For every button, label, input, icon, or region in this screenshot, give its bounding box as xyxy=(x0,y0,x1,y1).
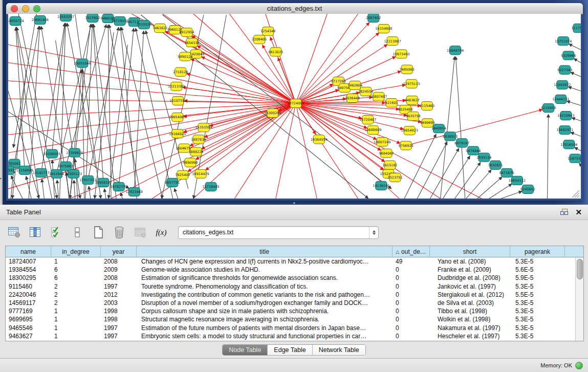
cell-pagerank[interactable]: 5.6E-5 xyxy=(510,266,565,273)
network-node[interactable]: 2036448 xyxy=(345,94,360,102)
cell-year[interactable]: 1998 xyxy=(101,308,137,315)
cell-year[interactable]: 2009 xyxy=(101,266,137,273)
table-row[interactable]: 1872400712008Changes of HCN gene express… xyxy=(6,257,576,266)
network-node[interactable]: 15692971 xyxy=(556,126,573,135)
network-node[interactable]: 12975115 xyxy=(403,79,420,88)
network-node[interactable]: 2718126 xyxy=(173,68,188,76)
network-node[interactable]: 9227343 xyxy=(557,65,572,74)
cell-year[interactable]: 1997 xyxy=(101,324,137,332)
network-node[interactable]: 12213389 xyxy=(168,82,185,91)
cell-pagerank[interactable]: 5.3E-5 xyxy=(510,283,565,290)
cell-year[interactable]: 2008 xyxy=(101,258,137,265)
network-node[interactable]: 9890124 xyxy=(178,52,192,61)
cell-name[interactable]: 9777169 xyxy=(6,308,51,315)
cell-short[interactable]: de Silva et al. (2003) xyxy=(430,299,510,307)
cell-title[interactable]: Estimation of the future numbers of pati… xyxy=(137,324,393,332)
tab-node-table[interactable]: Node Table xyxy=(223,345,268,355)
network-node[interactable]: 10654112 xyxy=(509,176,526,185)
combo-stepper-icon[interactable] xyxy=(369,227,378,238)
network-node[interactable]: 19384554 xyxy=(311,135,328,144)
cell-in_degree[interactable]: 6 xyxy=(51,274,101,281)
cell-name[interactable]: 18724007 xyxy=(6,258,51,265)
close-panel-icon[interactable]: ✕ xyxy=(575,209,582,216)
cell-short[interactable]: Wolkin et al. (1998) xyxy=(430,316,510,323)
table-row[interactable]: 946362711997Embryonic stem cells: a mode… xyxy=(6,332,576,340)
cell-title[interactable]: Genome-wide association studies in ADHD. xyxy=(137,266,393,273)
network-node[interactable]: 7632621 xyxy=(488,161,503,169)
float-panel-icon[interactable] xyxy=(560,209,568,216)
dock-collapse-arrow-icon[interactable]: ▸ xyxy=(0,176,2,181)
network-node[interactable]: 12505123 xyxy=(65,169,82,178)
network-node[interactable]: 7463822 xyxy=(153,24,167,33)
network-node[interactable]: 2523751 xyxy=(388,173,403,182)
network-node[interactable]: 9463627 xyxy=(405,96,420,104)
table-row[interactable]: 1830029562008Estimation of significance … xyxy=(6,274,576,282)
cell-year[interactable]: 1998 xyxy=(101,316,137,323)
cell-pagerank[interactable]: 5.3E-5 xyxy=(510,333,565,340)
cell-name[interactable]: 9115460 xyxy=(6,283,51,290)
cell-title[interactable]: Tourette syndrome. Phenomenology and cla… xyxy=(137,283,393,290)
cell-out_de[interactable]: 0 xyxy=(393,283,430,290)
network-canvas-svg[interactable]: 1872400718300295193845541254349220840596… xyxy=(8,14,581,199)
cell-in_degree[interactable]: 6 xyxy=(51,266,101,273)
network-node[interactable]: 9857791 xyxy=(165,178,180,187)
cell-in_degree[interactable]: 1 xyxy=(51,316,101,323)
cell-year[interactable]: 1997 xyxy=(101,333,137,340)
cell-short[interactable]: Stergiakouli et al. (2012) xyxy=(430,291,510,298)
network-node[interactable]: 10107554 xyxy=(169,96,186,105)
network-node[interactable]: 9115460 xyxy=(420,101,434,110)
cell-title[interactable]: Investigating the contribution of common… xyxy=(137,291,393,298)
network-node[interactable]: 12213987 xyxy=(384,37,401,46)
select-column-icon[interactable] xyxy=(28,225,42,239)
cell-title[interactable]: Structural magnetic resonance image aver… xyxy=(137,316,393,323)
network-node[interactable]: 9435758 xyxy=(406,112,421,121)
network-node[interactable]: 16648784 xyxy=(447,46,464,55)
table-settings-icon[interactable] xyxy=(7,225,21,239)
network-node[interactable]: 20206505 xyxy=(43,149,60,158)
table-row[interactable]: 1938455462009Genome-wide association stu… xyxy=(6,266,576,274)
table-row[interactable]: 911546021997Tourette syndrome. Phenomeno… xyxy=(6,282,576,291)
network-node[interactable]: 7462604 xyxy=(347,81,362,90)
cell-out_de[interactable]: 0 xyxy=(393,291,430,298)
column-header-short[interactable]: short xyxy=(430,246,510,257)
cell-year[interactable]: 2012 xyxy=(101,291,137,298)
network-node[interactable]: 14055724 xyxy=(8,17,24,26)
network-node[interactable]: 6879197 xyxy=(454,139,469,147)
cell-year[interactable]: 1997 xyxy=(101,283,137,290)
network-node[interactable]: 1451944 xyxy=(49,169,64,178)
panel-sash-grip-icon[interactable]: ▴ xyxy=(293,201,295,205)
network-node[interactable]: 7485063 xyxy=(400,65,415,74)
network-node[interactable]: 16782753 xyxy=(111,182,127,191)
network-node[interactable]: 1615182 xyxy=(382,161,397,169)
cell-year[interactable]: 2008 xyxy=(101,274,137,281)
column-header-title[interactable]: title xyxy=(137,246,393,257)
network-node[interactable]: 15720407 xyxy=(359,116,376,124)
cell-in_degree[interactable]: 1 xyxy=(51,324,101,332)
network-canvas[interactable]: 1872400718300295193845541254349220840596… xyxy=(8,14,581,199)
column-header-pagerank[interactable]: pagerank xyxy=(510,246,565,257)
cell-title[interactable]: Estimation of significance thresholds fo… xyxy=(137,274,393,281)
table-selector-combo[interactable]: citations_edges.txt xyxy=(178,226,379,239)
cell-name[interactable]: 9699695 xyxy=(6,316,51,323)
cell-name[interactable]: 19384554 xyxy=(6,266,51,273)
network-node[interactable]: 2208405 xyxy=(252,35,267,44)
network-node[interactable]: 17957253 xyxy=(79,176,96,184)
cell-out_de[interactable]: 49 xyxy=(393,258,430,265)
network-node[interactable]: 2087652 xyxy=(366,14,381,23)
network-node[interactable]: 1888224 xyxy=(188,147,203,156)
cell-title[interactable]: Disruption of a novel member of a sodium… xyxy=(137,299,393,307)
cell-title[interactable]: Corpus callosum shape and size in male p… xyxy=(137,308,393,315)
network-node[interactable]: 391597 xyxy=(8,166,14,174)
cell-out_de[interactable]: 0 xyxy=(393,274,430,281)
table-scrollbar[interactable] xyxy=(575,257,583,341)
network-node[interactable]: 16210643 xyxy=(557,112,574,120)
network-node[interactable]: 1640954 xyxy=(431,124,446,133)
network-node[interactable]: 1117534 xyxy=(571,24,581,33)
network-node[interactable]: 2935114 xyxy=(476,153,491,162)
cell-title[interactable]: Changes of HCN gene expression and I(f) … xyxy=(137,258,393,265)
cell-name[interactable]: 18300295 xyxy=(6,274,51,281)
cell-in_degree[interactable]: 1 xyxy=(51,258,101,265)
tab-network-table[interactable]: Network Table xyxy=(313,345,365,355)
network-node[interactable]: 621601 xyxy=(385,98,398,107)
cell-in_degree[interactable]: 1 xyxy=(51,308,101,315)
